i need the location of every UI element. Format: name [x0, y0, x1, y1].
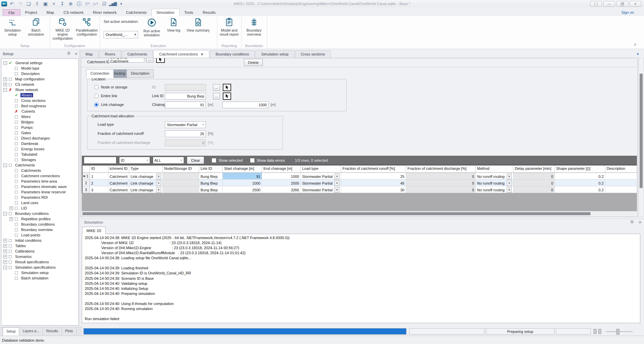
tab-connection[interactable]: Connection	[86, 69, 114, 78]
restore-button[interactable]	[616, 1, 628, 7]
minimize-button[interactable]: —	[603, 1, 615, 7]
menu-tab-results[interactable]: Results	[198, 9, 220, 16]
cell-shape[interactable]: 0.2	[555, 186, 605, 193]
batch-simulation-button[interactable]: Batch simulation	[26, 18, 46, 36]
col-header-start-chainage[interactable]: Start chainage [m]	[223, 165, 262, 173]
doc-tab-catchments[interactable]: Catchments	[122, 50, 153, 58]
mike-1d-log-tab[interactable]: MIKE 1D	[82, 227, 106, 234]
link-id-field[interactable]: Bung Biep	[165, 93, 206, 100]
checkbox-icon[interactable]	[15, 223, 18, 226]
expand-icon[interactable]: +	[3, 260, 7, 264]
cell-type[interactable]: Link chainage▼	[129, 173, 163, 180]
chevron-down-icon[interactable]: ▼	[334, 187, 339, 193]
tree-item-description[interactable]: Description	[1, 71, 78, 76]
tree-item-load-points[interactable]: Load points	[1, 232, 78, 238]
col-header-load-type[interactable]: Load type	[301, 165, 341, 173]
tab-description[interactable]: Description	[127, 69, 154, 78]
tree-item-weirs[interactable]: Weirs	[1, 114, 78, 119]
cell-shape[interactable]: 0.2	[555, 173, 605, 180]
cell-start-chainage-selected[interactable]: 91	[223, 173, 262, 180]
view-summary-button[interactable]: View summary	[183, 18, 213, 32]
checkbox-icon[interactable]	[9, 250, 12, 253]
checkbox-icon[interactable]	[9, 164, 12, 167]
load-type-dropdown[interactable]: Stormwater Partial ˅	[165, 121, 206, 128]
checkbox-icon[interactable]	[15, 196, 18, 199]
simulation-log-area[interactable]: 2025-04-14 00:24:38: MIKE 1D Engine star…	[82, 234, 640, 323]
checkbox-icon[interactable]	[15, 121, 18, 124]
capture-window-button[interactable]	[590, 1, 602, 7]
sign-on-link[interactable]: Sign on	[621, 10, 634, 14]
link-id-browse-button[interactable]: ...	[213, 93, 220, 100]
cell-type[interactable]: Link chainage▼	[129, 186, 163, 193]
tree-item-simulation-setup[interactable]: Simulation setup	[1, 270, 78, 275]
link-chainage-radio[interactable]	[94, 103, 99, 107]
cell-load-type[interactable]: Stormwater Partial▼	[301, 173, 341, 180]
doc-tab-rivers[interactable]: Rivers	[99, 50, 121, 58]
cell-catchment-id[interactable]: Bung Biep Catchment	[108, 173, 129, 180]
globe-icon[interactable]: ⊕	[67, 1, 74, 7]
show-data-errors-checkbox[interactable]	[250, 158, 255, 163]
checkbox-icon[interactable]	[15, 180, 18, 183]
tree-item-rivers[interactable]: ✓Rivers	[1, 92, 78, 98]
link-id-pick-button[interactable]	[223, 92, 231, 100]
checkbox-icon[interactable]	[15, 115, 18, 118]
cell-id[interactable]: 2	[90, 180, 108, 186]
model-and-result-report-button[interactable]: Model and result report	[218, 18, 240, 36]
checkbox-icon[interactable]	[15, 175, 18, 178]
col-header-delay-parameter[interactable]: Delay parameter [min]	[513, 165, 555, 173]
checkbox-icon[interactable]	[9, 83, 12, 86]
menu-tab-cs-network[interactable]: CS network	[59, 9, 88, 16]
cell-link-id[interactable]: Bung Biep	[199, 173, 223, 180]
cell-shape[interactable]: 0.2	[555, 180, 605, 186]
collapse-ribbon-icon[interactable]: ∧	[634, 42, 637, 47]
validate-icon[interactable]: ☑	[101, 1, 108, 7]
tree-item-boundary-overview[interactable]: Boundary overview	[1, 227, 78, 232]
expand-icon[interactable]: +	[3, 83, 7, 86]
tree-item-tables[interactable]: +Tables	[1, 243, 78, 249]
catchment-id-pick-button[interactable]	[156, 58, 165, 63]
tree-item-cross-sections[interactable]: Cross sections	[1, 98, 78, 103]
horizontal-scrollbar[interactable]	[82, 212, 637, 216]
chart-icon[interactable]: ▂▅▇	[109, 1, 116, 7]
tree-item-parameters-time-area[interactable]: Parameters time-area	[1, 179, 78, 184]
checkbox-icon[interactable]	[15, 207, 18, 210]
tree-item-boundary-conditions-child[interactable]: Boundary conditions	[1, 222, 78, 227]
tree-item-model-type[interactable]: Model type	[1, 66, 78, 71]
checkbox-icon[interactable]	[15, 169, 18, 172]
menu-tab-file[interactable]: File	[3, 9, 21, 16]
chevron-down-icon[interactable]: ▼	[507, 174, 512, 179]
col-header-node-storage-id[interactable]: Node/Storage ID	[163, 165, 199, 173]
chevron-down-icon[interactable]: ▼	[334, 174, 339, 179]
clear-filter-button[interactable]: Clear	[187, 156, 204, 164]
checkbox-icon[interactable]	[15, 137, 18, 140]
clear-selection-icon[interactable]: ▷×	[92, 1, 100, 7]
cell-description[interactable]	[605, 186, 637, 193]
col-header-id[interactable]: ID	[90, 165, 108, 173]
chevron-down-icon[interactable]: ▼	[507, 187, 512, 193]
tree-item-general-settings[interactable]: −✓General settings	[1, 60, 78, 66]
tree-item-calibrations[interactable]: +Calibrations	[1, 249, 78, 254]
checkbox-icon[interactable]	[15, 271, 18, 274]
zoom-button[interactable]	[598, 329, 601, 334]
checkbox-icon[interactable]	[15, 201, 18, 204]
qat-customize-icon[interactable]: ▾	[117, 1, 125, 7]
cell-catchment-id[interactable]: Bung Biep Catchment	[108, 186, 129, 193]
checkbox-icon[interactable]	[15, 105, 18, 108]
cell-method[interactable]: No runoff routing▼	[476, 180, 513, 186]
node-id-pick-button[interactable]	[223, 84, 231, 91]
row-marker[interactable]: ▶1	[82, 173, 90, 180]
tree-item-parameters-kinematic-wave[interactable]: Parameters kinematic wave	[1, 184, 78, 189]
col-header-description[interactable]: Description	[605, 165, 637, 173]
undo-icon[interactable]: ↶	[8, 1, 15, 7]
col-header-type[interactable]: Type	[129, 165, 163, 173]
tree-item-initial-conditions[interactable]: +Initial conditions	[1, 238, 78, 243]
close-file-icon[interactable]: ×	[50, 1, 58, 7]
bottom-tab-results[interactable]: Results	[43, 327, 62, 336]
vertical-scrollbar[interactable]	[639, 58, 644, 217]
menu-tab-catchments[interactable]: Catchments	[121, 9, 151, 16]
filter-operator-dropdown[interactable]: ALL ˅	[153, 157, 184, 164]
tree-item-tabulated[interactable]: Tabulated	[1, 152, 78, 157]
col-header-fraction-discharge[interactable]: Fraction of catchment discharge [%]	[406, 165, 476, 173]
checkbox-icon[interactable]	[15, 218, 18, 221]
cell-fraction-runoff[interactable]: 30	[341, 186, 406, 193]
